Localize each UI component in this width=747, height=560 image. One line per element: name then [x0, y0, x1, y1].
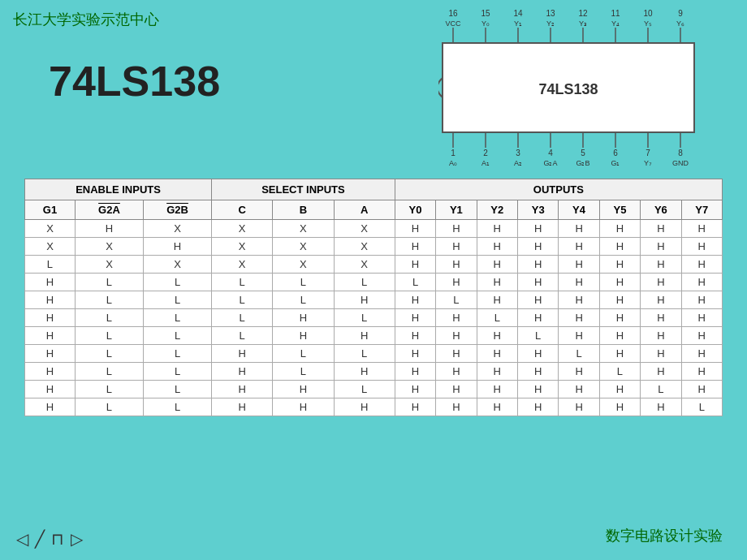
- table-cell: H: [212, 345, 273, 363]
- table-cell: H: [436, 274, 477, 291]
- table-cell: H: [599, 274, 640, 291]
- table-cell: H: [599, 256, 640, 274]
- table-cell: H: [273, 381, 334, 398]
- table-cell: H: [212, 363, 273, 381]
- table-cell: L: [334, 309, 395, 327]
- table-cell: H: [144, 238, 212, 256]
- table-cell: H: [559, 398, 599, 416]
- table-cell: H: [599, 345, 640, 363]
- table-cell: L: [212, 291, 273, 309]
- svg-text:Y₁: Y₁: [514, 19, 522, 28]
- svg-text:6: 6: [613, 149, 618, 157]
- table-row: HLLLHLHHLHHHHH: [25, 309, 723, 327]
- table-cell: H: [559, 274, 599, 291]
- table-cell: H: [641, 398, 681, 416]
- table-cell: L: [75, 345, 143, 363]
- table-cell: H: [681, 256, 722, 274]
- table-cell: H: [641, 309, 681, 327]
- table-cell: H: [599, 381, 640, 398]
- table-cell: H: [681, 309, 722, 327]
- table-cell: H: [641, 363, 681, 381]
- table-row: HLLLLLLHHHHHHH: [25, 274, 723, 291]
- col-y6: Y6: [641, 200, 681, 220]
- table-cell: L: [334, 274, 395, 291]
- col-y4: Y4: [559, 200, 599, 220]
- table-cell: H: [559, 309, 599, 327]
- table-row: XHXXXXHHHHHHHH: [25, 220, 723, 238]
- table-cell: H: [212, 381, 273, 398]
- table-cell: H: [559, 220, 599, 238]
- svg-text:Y₃: Y₃: [579, 19, 587, 28]
- table-cell: L: [334, 381, 395, 398]
- svg-text:G₁: G₁: [611, 159, 620, 167]
- table-cell: L: [144, 363, 212, 381]
- chip-name: 74LS138: [49, 57, 220, 106]
- nav-home[interactable]: ⊓: [51, 529, 64, 549]
- svg-text:16: 16: [448, 9, 458, 18]
- svg-text:Y₆: Y₆: [676, 19, 684, 28]
- table-cell: X: [212, 238, 273, 256]
- nav-forward[interactable]: ▷: [71, 529, 83, 549]
- table-cell: X: [273, 238, 334, 256]
- table-cell: H: [517, 309, 558, 327]
- table-cell: H: [477, 291, 517, 309]
- table-cell: H: [681, 327, 722, 345]
- svg-text:13: 13: [546, 9, 555, 18]
- table-cell: L: [144, 274, 212, 291]
- table-cell: H: [477, 398, 517, 416]
- table-cell: H: [436, 345, 477, 363]
- table-cell: H: [641, 238, 681, 256]
- table-cell: H: [559, 291, 599, 309]
- table-row: HLLLHHHHHLHHHH: [25, 327, 723, 345]
- svg-text:G₂B: G₂B: [576, 159, 589, 167]
- table-cell: H: [517, 274, 558, 291]
- table-cell: L: [144, 381, 212, 398]
- table-cell: L: [75, 291, 143, 309]
- col-g2a: G2A: [75, 200, 143, 220]
- table-cell: H: [334, 327, 395, 345]
- table-cell: X: [212, 256, 273, 274]
- col-b: B: [273, 200, 334, 220]
- table-cell: H: [681, 238, 722, 256]
- table-cell: H: [599, 220, 640, 238]
- table-cell: L: [144, 398, 212, 416]
- table-cell: H: [641, 345, 681, 363]
- table-cell: H: [395, 381, 435, 398]
- table-cell: H: [681, 345, 722, 363]
- svg-text:A₁: A₁: [481, 159, 490, 167]
- table-cell: H: [599, 398, 640, 416]
- table-cell: L: [75, 327, 143, 345]
- nav-back[interactable]: ◁: [16, 529, 28, 549]
- table-cell: H: [559, 256, 599, 274]
- table-cell: H: [273, 309, 334, 327]
- table-row: HLLLLHHLHHHHHH: [25, 291, 723, 309]
- table-cell: L: [599, 363, 640, 381]
- nav-edit[interactable]: ╱: [35, 529, 45, 549]
- table-cell: L: [144, 327, 212, 345]
- table-cell: H: [395, 309, 435, 327]
- table-cell: H: [641, 291, 681, 309]
- svg-text:4: 4: [548, 149, 553, 157]
- table-cell: H: [25, 291, 76, 309]
- col-y0: Y0: [395, 200, 435, 220]
- col-y5: Y5: [599, 200, 640, 220]
- table-cell: H: [25, 309, 76, 327]
- table-cell: H: [395, 398, 435, 416]
- table-cell: H: [559, 381, 599, 398]
- table-cell: H: [477, 238, 517, 256]
- svg-text:12: 12: [578, 9, 588, 18]
- svg-text:Y₅: Y₅: [644, 19, 652, 28]
- table-cell: H: [641, 220, 681, 238]
- col-a: A: [334, 200, 395, 220]
- table-cell: X: [144, 220, 212, 238]
- table-col-header-row: G1 G2A G2B C B A Y0 Y1 Y2 Y3 Y4 Y5 Y6 Y7: [25, 200, 723, 220]
- table-cell: X: [75, 238, 143, 256]
- table-cell: H: [517, 256, 558, 274]
- table-cell: H: [395, 345, 435, 363]
- table-cell: H: [25, 345, 76, 363]
- table-cell: L: [395, 274, 435, 291]
- table-cell: H: [436, 256, 477, 274]
- table-cell: X: [273, 220, 334, 238]
- svg-text:10: 10: [643, 9, 653, 18]
- table-cell: L: [273, 363, 334, 381]
